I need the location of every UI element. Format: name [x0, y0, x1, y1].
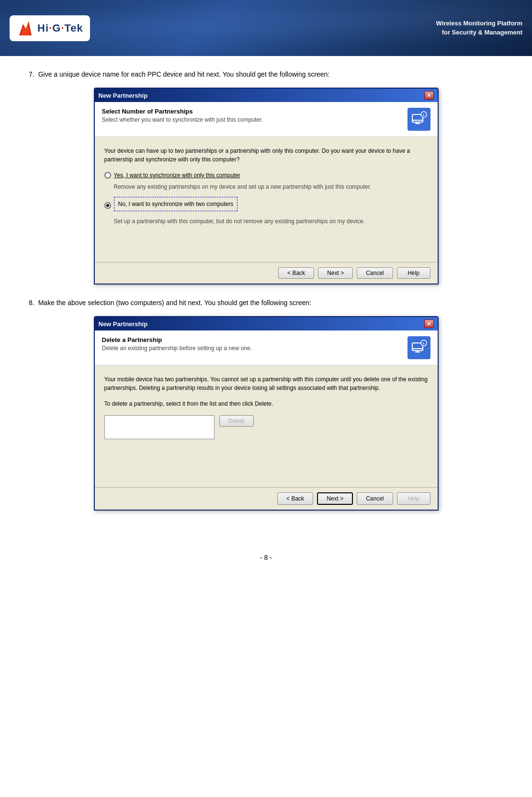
- dialog8-icon: +: [407, 336, 430, 359]
- dialog7-radio2[interactable]: [104, 202, 111, 209]
- step7-section: 7. Give a unique device name for each PP…: [29, 70, 503, 285]
- step7-number: 7.: [29, 70, 34, 78]
- dialog7-option2-box: No, I want to synchronize with two compu…: [114, 197, 238, 211]
- dialog7-cancel-button[interactable]: Cancel: [357, 267, 393, 279]
- dialog8-content: Your mobile device has two partnerships.…: [95, 365, 438, 487]
- page-number: - 8 -: [260, 554, 272, 561]
- dialog7-option1-row: Yes, I want to synchronize with only thi…: [104, 171, 428, 180]
- dialog8-delete-row: Delete: [104, 415, 428, 439]
- header-tagline: Wireless Monitoring Platform for Securit…: [436, 19, 522, 36]
- dialog7-titlebar: New Partnership ✕: [95, 89, 438, 102]
- dialog7-back-button[interactable]: < Back: [278, 267, 314, 279]
- main-content: 7. Give a unique device name for each PP…: [0, 56, 532, 544]
- step8-number: 8.: [29, 299, 34, 307]
- dialog7-body: Select Number of Partnerships Select whe…: [95, 102, 438, 284]
- dialog8-footer: < Back Next > Cancel Help: [95, 487, 438, 510]
- dialog-step8: New Partnership ✕ Delete a Partnership D…: [94, 316, 439, 511]
- step8-text: Make the above selection (two computers)…: [38, 299, 311, 307]
- dialog8-cancel-button[interactable]: Cancel: [357, 492, 393, 505]
- dialog8-titlebar: New Partnership ✕: [95, 317, 438, 330]
- dialog8-list-box[interactable]: [104, 415, 215, 439]
- svg-text:+: +: [422, 113, 425, 117]
- dialog8-header-subtitle: Delete an existing partnership before se…: [102, 345, 252, 352]
- dialog8-back-button[interactable]: < Back: [277, 492, 313, 505]
- dialog7-title: New Partnership: [99, 92, 148, 99]
- dialog8-header-text: Delete a Partnership Delete an existing …: [102, 336, 252, 352]
- logo-area: Hi·G·Tek: [10, 15, 90, 41]
- dialog7-content: Your device can have up to two partnersh…: [95, 137, 438, 262]
- dialog8-next-button[interactable]: Next >: [317, 492, 353, 505]
- dialog7-footer: < Back Next > Cancel Help: [95, 262, 438, 284]
- dialog7-radio1[interactable]: [104, 172, 111, 179]
- dialog7-header-text: Select Number of Partnerships Select whe…: [102, 108, 263, 123]
- dialog7-next-button[interactable]: Next >: [318, 267, 353, 279]
- logo-box: Hi·G·Tek: [10, 15, 90, 41]
- dialog7-icon: +: [407, 108, 430, 131]
- step8-section: 8. Make the above selection (two compute…: [29, 299, 503, 511]
- logo-text: Hi·G·Tek: [37, 22, 83, 34]
- dialog7-option2-desc: Set up a partnership with this computer,…: [114, 217, 428, 226]
- dialog7-option1-label: Yes, I want to synchronize with only thi…: [114, 171, 240, 180]
- dialog8-title: New Partnership: [99, 320, 148, 328]
- step8-instruction: 8. Make the above selection (two compute…: [29, 299, 503, 307]
- dialog7-header-subtitle: Select whether you want to synchronize w…: [102, 116, 263, 123]
- step7-text: Give a unique device name for each PPC d…: [38, 70, 330, 78]
- dialog7-option1-desc: Remove any existing partnerships on my d…: [114, 182, 428, 191]
- dialog7-option2-label: No, I want to synchronize with two compu…: [118, 200, 234, 208]
- dialog7-body-para: Your device can have up to two partnersh…: [104, 147, 428, 164]
- page-footer: - 8 -: [0, 544, 532, 576]
- dialog8-body-para1: Your mobile device has two partnerships.…: [104, 375, 428, 392]
- dialog8-header-title: Delete a Partnership: [102, 336, 252, 343]
- dialog-step7: New Partnership ✕ Select Number of Partn…: [94, 88, 439, 285]
- dialog8-close-button[interactable]: ✕: [424, 319, 434, 328]
- dialog7-header-title: Select Number of Partnerships: [102, 108, 263, 115]
- logo-icon: [16, 19, 34, 37]
- dialog8-body-para2: To delete a partnership, select it from …: [104, 399, 428, 408]
- dialog8-body: Delete a Partnership Delete an existing …: [95, 330, 438, 510]
- dialog8-delete-button[interactable]: Delete: [219, 415, 254, 427]
- dialog8-help-button[interactable]: Help: [397, 492, 430, 505]
- dialog7-option2-row: No, I want to synchronize with two compu…: [104, 197, 428, 214]
- page-header: Hi·G·Tek Wireless Monitoring Platform fo…: [0, 0, 532, 56]
- dialog7-help-button[interactable]: Help: [397, 267, 430, 279]
- dialog7-close-button[interactable]: ✕: [424, 91, 434, 100]
- step7-instruction: 7. Give a unique device name for each PP…: [29, 70, 503, 78]
- dialog7-header-section: Select Number of Partnerships Select whe…: [95, 102, 438, 137]
- dialog8-header-section: Delete a Partnership Delete an existing …: [95, 330, 438, 365]
- svg-text:+: +: [422, 342, 425, 346]
